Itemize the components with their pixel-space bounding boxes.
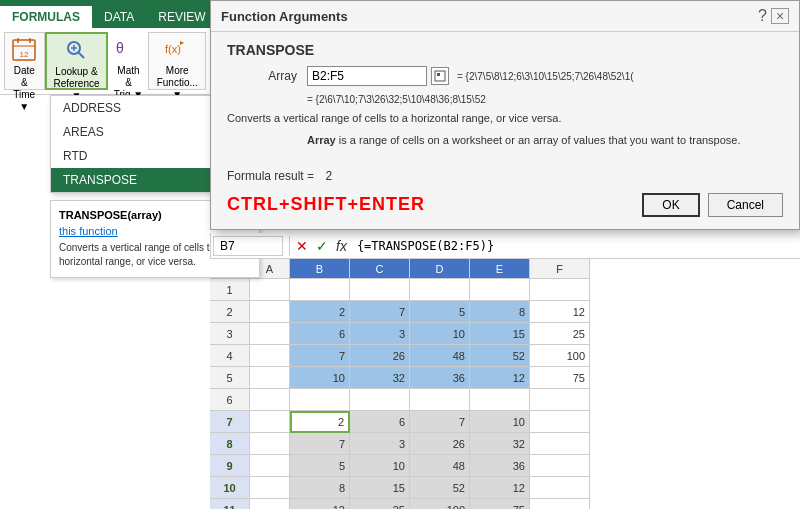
cell-e8[interactable]: 32	[470, 433, 530, 455]
cell-b2[interactable]: 2	[290, 301, 350, 323]
cell-e2[interactable]: 8	[470, 301, 530, 323]
cell-f7[interactable]	[530, 411, 590, 433]
cell-d3[interactable]: 10	[410, 323, 470, 345]
math-trig-icon: θ	[112, 35, 144, 63]
cell-e9[interactable]: 36	[470, 455, 530, 477]
formula-bar-divider	[289, 236, 290, 256]
confirm-formula-btn[interactable]: ✓	[314, 238, 330, 254]
cell-d10[interactable]: 52	[410, 477, 470, 499]
cell-d9[interactable]: 48	[410, 455, 470, 477]
cell-c11[interactable]: 25	[350, 499, 410, 509]
cell-e7[interactable]: 10	[470, 411, 530, 433]
cell-a6[interactable]	[250, 389, 290, 411]
cell-f4[interactable]: 100	[530, 345, 590, 367]
cell-b4[interactable]: 7	[290, 345, 350, 367]
cell-b11[interactable]: 12	[290, 499, 350, 509]
cell-f9[interactable]	[530, 455, 590, 477]
math-trig-button[interactable]: θ Math &Trig ▼	[108, 32, 148, 90]
cell-e11[interactable]: 75	[470, 499, 530, 509]
cell-c10[interactable]: 15	[350, 477, 410, 499]
array-input[interactable]	[307, 66, 427, 86]
tab-formulas[interactable]: FORMULAS	[0, 6, 92, 28]
cell-c4[interactable]: 26	[350, 345, 410, 367]
cell-b6[interactable]	[290, 389, 350, 411]
cell-a11[interactable]	[250, 499, 290, 509]
cell-d11[interactable]: 100	[410, 499, 470, 509]
col-header-b[interactable]: B	[290, 259, 350, 279]
cell-d4[interactable]: 48	[410, 345, 470, 367]
cell-c8[interactable]: 3	[350, 433, 410, 455]
cell-d5[interactable]: 36	[410, 367, 470, 389]
cell-a7[interactable]	[250, 411, 290, 433]
cell-e3[interactable]: 15	[470, 323, 530, 345]
cell-b7[interactable]: 2	[290, 411, 350, 433]
cell-c5[interactable]: 32	[350, 367, 410, 389]
cell-d8[interactable]: 26	[410, 433, 470, 455]
cell-b10[interactable]: 8	[290, 477, 350, 499]
cell-c6[interactable]	[350, 389, 410, 411]
cell-a8[interactable]	[250, 433, 290, 455]
tab-review[interactable]: REVIEW	[146, 6, 217, 28]
cell-e10[interactable]: 12	[470, 477, 530, 499]
cell-f6[interactable]	[530, 389, 590, 411]
cell-e1[interactable]	[470, 279, 530, 301]
lookup-ref-button[interactable]: Lookup &Reference ▼	[45, 32, 109, 90]
col-header-c[interactable]: C	[350, 259, 410, 279]
cell-d7[interactable]: 7	[410, 411, 470, 433]
cell-e6[interactable]	[470, 389, 530, 411]
dropdown-item-transpose[interactable]: TRANSPOSE	[51, 168, 229, 192]
cell-d1[interactable]	[410, 279, 470, 301]
dialog-help-btn[interactable]: ?	[758, 7, 767, 25]
cell-c1[interactable]	[350, 279, 410, 301]
cell-b5[interactable]: 10	[290, 367, 350, 389]
cell-b9[interactable]: 5	[290, 455, 350, 477]
cell-a5[interactable]	[250, 367, 290, 389]
cell-a10[interactable]	[250, 477, 290, 499]
cell-a4[interactable]	[250, 345, 290, 367]
cell-a1[interactable]	[250, 279, 290, 301]
ok-button[interactable]: OK	[642, 193, 699, 217]
cell-c7[interactable]: 6	[350, 411, 410, 433]
dropdown-item-rtd[interactable]: RTD	[51, 144, 229, 168]
svg-text:f(x): f(x)	[165, 43, 181, 55]
dropdown-item-address[interactable]: ADDRESS	[51, 96, 229, 120]
cell-b3[interactable]: 6	[290, 323, 350, 345]
cell-f5[interactable]: 75	[530, 367, 590, 389]
range-picker-button[interactable]	[431, 67, 449, 85]
cell-a2[interactable]	[250, 301, 290, 323]
tab-data[interactable]: DATA	[92, 6, 146, 28]
col-header-f[interactable]: F	[530, 259, 590, 279]
dropdown-item-areas[interactable]: AREAS	[51, 120, 229, 144]
formula-bar-content[interactable]: {=TRANSPOSE(B2:F5)}	[353, 237, 800, 255]
dialog-close-button[interactable]: ×	[771, 8, 789, 24]
cell-d2[interactable]: 5	[410, 301, 470, 323]
more-functions-icon: f(x) ▸	[161, 35, 193, 63]
cell-e4[interactable]: 52	[470, 345, 530, 367]
date-time-button[interactable]: 12 Date &Time ▼	[4, 32, 45, 90]
param-desc: is a range of cells on a worksheet or an…	[339, 134, 741, 146]
cell-f10[interactable]	[530, 477, 590, 499]
cell-a9[interactable]	[250, 455, 290, 477]
cell-c2[interactable]: 7	[350, 301, 410, 323]
cell-f2[interactable]: 12	[530, 301, 590, 323]
tooltip-help-link[interactable]: this function	[59, 225, 118, 237]
cell-b8[interactable]: 7	[290, 433, 350, 455]
col-header-e[interactable]: E	[470, 259, 530, 279]
cell-c3[interactable]: 3	[350, 323, 410, 345]
dialog-footer: CTRL+SHIFT+ENTER OK Cancel	[211, 187, 799, 225]
more-functions-button[interactable]: f(x) ▸ MoreFunctio... ▼	[148, 32, 206, 90]
row-header-5: 5	[210, 367, 250, 389]
cell-f3[interactable]: 25	[530, 323, 590, 345]
cell-f11[interactable]	[530, 499, 590, 509]
cell-e5[interactable]: 12	[470, 367, 530, 389]
cancel-button[interactable]: Cancel	[708, 193, 783, 217]
cell-b1[interactable]	[290, 279, 350, 301]
cell-a3[interactable]	[250, 323, 290, 345]
cell-f8[interactable]	[530, 433, 590, 455]
cell-c9[interactable]: 10	[350, 455, 410, 477]
cell-d6[interactable]	[410, 389, 470, 411]
cell-ref-input[interactable]	[213, 236, 283, 256]
col-header-d[interactable]: D	[410, 259, 470, 279]
cancel-formula-btn[interactable]: ✕	[294, 238, 310, 254]
cell-f1[interactable]	[530, 279, 590, 301]
